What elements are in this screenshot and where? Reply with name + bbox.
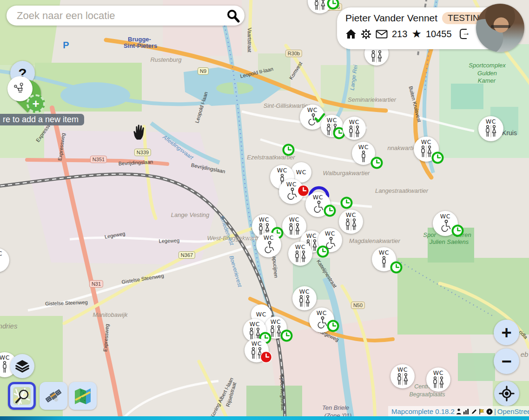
open-hours-badge [340,197,353,209]
attribution-version-link[interactable]: Mapcomplete 0.18.2 [391,407,455,415]
map-markers-layer: WCWCWCWCWCWCWCWCWCWCWCWCWCWCWCWCWCWCWCWC… [0,0,529,420]
attribution-divider: | [494,407,496,415]
add-plus-icon[interactable]: + [26,94,45,113]
license-flag-icon[interactable] [479,408,485,415]
background-button-map[interactable] [69,382,97,410]
map-marker-toilet-wheelchair[interactable]: WC [305,192,331,217]
map-marker-toilet-male-female[interactable]: WC [478,116,503,141]
layers-button[interactable] [10,354,34,378]
map-marker-toilet-male-female[interactable]: WC [390,364,415,388]
map-marker-toilet-wheelchair[interactable]: WC [256,232,281,257]
home-icon[interactable] [345,29,357,39]
plus-icon: + [501,324,511,341]
osm-link[interactable]: OpenStreetMap [497,407,529,415]
settings-gear-icon[interactable] [361,29,371,39]
map-marker-toilet-male-female[interactable]: WC [308,0,332,13]
hand-cursor [132,124,148,140]
map-marker-toilet-unisex[interactable]: WC [352,142,375,165]
bottom-accent-bar [0,416,529,420]
map-marker-toilet-wheelchair[interactable]: WC [318,228,342,252]
map-marker-toilet-male-female[interactable]: WC [245,338,269,362]
osm-map-icon [12,386,32,406]
messages-envelope-icon[interactable] [376,30,388,39]
map-marker-toilet-male-female[interactable]: WC [321,115,343,137]
search-icon[interactable] [226,9,240,23]
map-marker-toilet-male-female[interactable]: WC [292,286,317,310]
map-marker-toilet-wheelchair[interactable]: WC [279,179,304,204]
bolt-badge-icon[interactable] [486,408,493,415]
geolocate-button[interactable] [494,381,519,406]
changesets-count: 10455 [426,29,452,39]
open-hours-badge [282,144,295,156]
minus-icon: − [501,353,511,370]
messages-count: 213 [392,29,407,39]
changesets-star-icon: ★ [411,28,422,39]
stats-icon[interactable] [463,408,469,414]
user-name[interactable]: Pieter Vander Vennet [345,13,437,24]
contributor-icon[interactable] [456,408,462,414]
map-marker-toilet-unisex[interactable]: WC [0,248,9,272]
zoom-in-button[interactable]: + [494,320,519,345]
map-app: Brugge-Sint-PietersPRustenburgSint-Gilli… [0,0,529,420]
edit-pencil-icon[interactable] [471,408,477,415]
background-button-satellite[interactable] [40,382,67,410]
map-marker-toilet-male-female[interactable]: WC [414,137,439,162]
background-button-osm[interactable] [8,382,36,410]
map-marker-toilet-male-female[interactable]: WC [264,316,287,339]
logout-icon[interactable]: → [460,29,470,39]
map-marker-toilet-male-female[interactable]: WC [343,117,366,140]
satellite-icon [44,386,63,406]
world-map-icon [73,386,93,406]
zoom-out-button[interactable]: − [494,348,519,374]
map-marker-toilet-wheelchair[interactable]: WC [309,308,334,333]
search-bar [7,6,245,26]
search-input[interactable] [16,9,226,22]
map-marker-toilet-male-female[interactable]: WC [339,210,363,234]
map-marker-toilet-male-female[interactable]: WC [288,242,312,266]
user-avatar[interactable] [476,4,524,52]
attribution-bar: Mapcomplete 0.18.2 | OpenStreetMap [388,406,529,417]
add-item-tooltip: re to add a new item [0,114,84,125]
map-marker-toilet-male-female[interactable]: WC [426,368,450,392]
map-marker-toilet-wheelchair[interactable]: WC [433,211,458,236]
layers-icon [15,359,29,373]
map-marker-toilet-unisex[interactable]: WC [372,247,396,271]
crosshair-icon [499,386,515,401]
